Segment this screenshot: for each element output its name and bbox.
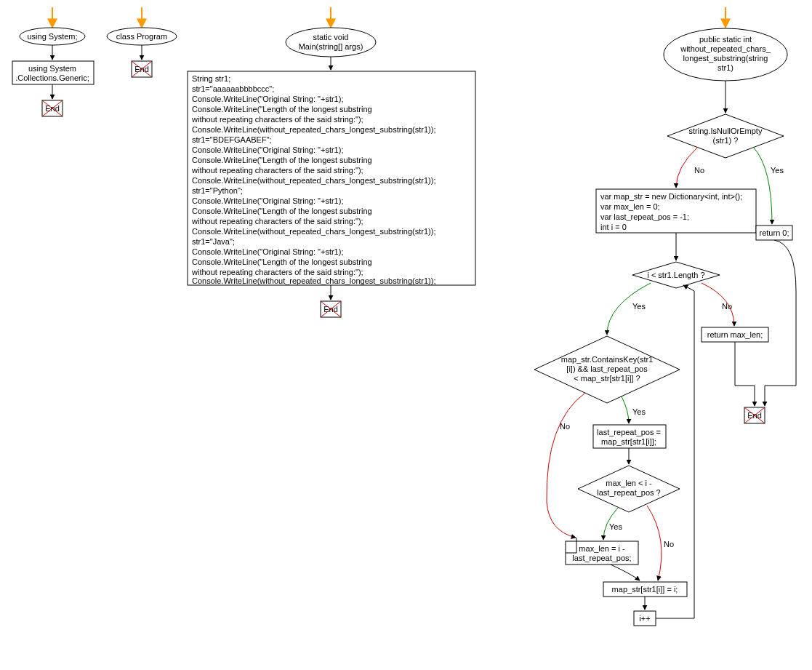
label-no-2: No bbox=[722, 302, 732, 311]
flow-class-program: class Program End bbox=[107, 7, 177, 77]
svg-text:String str1;: String str1; bbox=[192, 74, 230, 83]
svg-text:[i]) && last_repeat_pos: [i]) && last_repeat_pos bbox=[566, 364, 648, 373]
svg-text:max_len < i -: max_len < i - bbox=[606, 479, 652, 487]
end-node-4: End bbox=[744, 407, 765, 423]
svg-text:Console.WriteLine("Original St: Console.WriteLine("Original String: "+st… bbox=[192, 95, 343, 103]
svg-text:str1="Python";: str1="Python"; bbox=[192, 186, 243, 195]
svg-text:i++: i++ bbox=[639, 614, 650, 623]
label-yes-2: Yes bbox=[632, 302, 646, 311]
svg-text:Console.WriteLine(without_repe: Console.WriteLine(without_repeated_chars… bbox=[192, 276, 435, 285]
label-yes-1: Yes bbox=[771, 166, 784, 175]
fn-h3: longest_substring(string bbox=[683, 54, 768, 63]
svg-text:Console.WriteLine("Original St: Console.WriteLine("Original String: "+st… bbox=[192, 247, 343, 256]
end-node-3: End bbox=[321, 301, 341, 317]
svg-text:Console.WriteLine("Length of t: Console.WriteLine("Length of the longest… bbox=[192, 156, 372, 164]
svg-text:Console.WriteLine(without_repe: Console.WriteLine(without_repeated_chars… bbox=[192, 125, 435, 134]
svg-text:Console.WriteLine("Original St: Console.WriteLine("Original String: "+st… bbox=[192, 196, 343, 205]
svg-text:str1="Java";: str1="Java"; bbox=[192, 237, 235, 246]
class-program-header: class Program bbox=[116, 32, 167, 41]
svg-text:var last_repeat_pos = -1;: var last_repeat_pos = -1; bbox=[600, 212, 689, 221]
label-yes-3: Yes bbox=[632, 407, 646, 416]
svg-text:return max_len;: return max_len; bbox=[707, 330, 763, 339]
svg-text:(str1) ?: (str1) ? bbox=[713, 136, 739, 145]
svg-text:last_repeat_pos ?: last_repeat_pos ? bbox=[597, 488, 660, 497]
flow-function: public static int without_repeated_chars… bbox=[534, 7, 796, 626]
svg-text:max_len = i -: max_len = i - bbox=[579, 544, 625, 553]
svg-text:str1="aaaaaabbbbccc";: str1="aaaaaabbbbccc"; bbox=[192, 84, 274, 93]
svg-text:var map_str = new Dictionary<i: var map_str = new Dictionary<int, int>()… bbox=[600, 192, 742, 201]
main-h2: Main(string[] args) bbox=[299, 42, 363, 51]
svg-text:Console.WriteLine(without_repe: Console.WriteLine(without_repeated_chars… bbox=[192, 176, 435, 185]
svg-text:End: End bbox=[747, 411, 762, 420]
using-generic-l1: using System bbox=[28, 64, 76, 73]
svg-text:int i = 0: int i = 0 bbox=[600, 223, 627, 231]
label-no-1: No bbox=[694, 166, 704, 175]
svg-text:var max_len = 0;: var max_len = 0; bbox=[600, 202, 660, 211]
flow-using-system: using System; using System .Collections.… bbox=[12, 7, 94, 116]
flow-main: static void Main(string[] args) String s… bbox=[188, 7, 475, 317]
svg-text:string.IsNullOrEmpty: string.IsNullOrEmpty bbox=[689, 127, 763, 135]
svg-text:map_str.ContainsKey(str1: map_str.ContainsKey(str1 bbox=[561, 355, 654, 364]
label-yes-4: Yes bbox=[609, 522, 622, 531]
label-no-4: No bbox=[664, 540, 674, 549]
svg-text:End: End bbox=[45, 104, 60, 113]
svg-text:Console.WriteLine("Length of t: Console.WriteLine("Length of the longest… bbox=[192, 105, 372, 113]
svg-text:Console.WriteLine(without_repe: Console.WriteLine(without_repeated_chars… bbox=[192, 227, 435, 236]
svg-text:without repeating characters o: without repeating characters of the said… bbox=[191, 268, 363, 276]
svg-text:last_repeat_pos =: last_repeat_pos = bbox=[597, 428, 661, 436]
label-no-3: No bbox=[560, 422, 570, 431]
svg-text:map_str[str1[i]] = i;: map_str[str1[i]] = i; bbox=[612, 585, 678, 594]
svg-text:i < str1.Length ?: i < str1.Length ? bbox=[647, 271, 704, 279]
svg-text:map_str[str1[i]];: map_str[str1[i]]; bbox=[601, 437, 656, 446]
main-h1: static void bbox=[313, 33, 349, 41]
flowchart-diagram: using System; using System .Collections.… bbox=[0, 0, 812, 670]
end-node-2: End bbox=[132, 61, 152, 77]
svg-text:str1="BDEFGAABEF";: str1="BDEFGAABEF"; bbox=[192, 135, 272, 144]
svg-text:< map_str[str1[i]] ?: < map_str[str1[i]] ? bbox=[574, 374, 640, 383]
fn-h2: without_repeated_chars_ bbox=[680, 44, 771, 53]
fn-h4: str1) bbox=[717, 63, 733, 72]
svg-text:End: End bbox=[323, 305, 338, 314]
svg-text:without repeating characters o: without repeating characters of the said… bbox=[191, 166, 363, 175]
svg-text:Console.WriteLine("Original St: Console.WriteLine("Original String: "+st… bbox=[192, 145, 343, 154]
using-generic-l2: .Collections.Generic; bbox=[15, 73, 89, 82]
svg-text:without repeating characters o: without repeating characters of the said… bbox=[191, 115, 363, 124]
svg-text:return 0;: return 0; bbox=[760, 228, 789, 237]
svg-text:last_repeat_pos;: last_repeat_pos; bbox=[572, 554, 631, 562]
svg-text:Console.WriteLine("Length of t: Console.WriteLine("Length of the longest… bbox=[192, 207, 372, 215]
svg-text:Console.WriteLine("Length of t: Console.WriteLine("Length of the longest… bbox=[192, 258, 372, 266]
fn-h1: public static int bbox=[699, 35, 752, 44]
end-node-1: End bbox=[42, 100, 63, 116]
using-system-header: using System; bbox=[27, 32, 77, 41]
svg-text:End: End bbox=[134, 65, 149, 73]
svg-text:without repeating characters o: without repeating characters of the said… bbox=[191, 217, 363, 226]
